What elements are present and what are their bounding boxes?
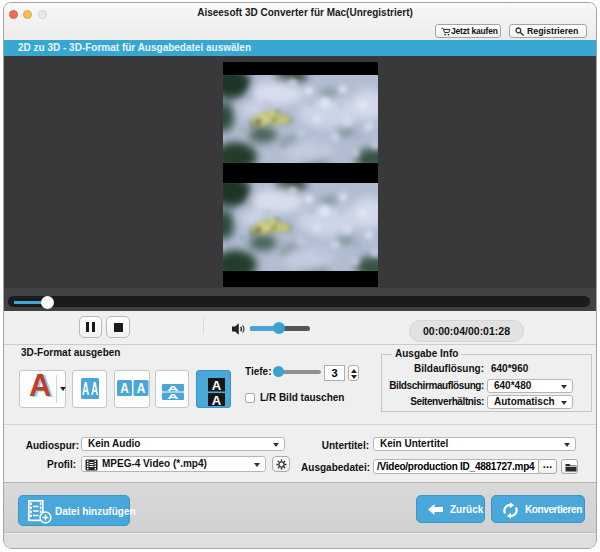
svg-text:A: A [137, 381, 146, 396]
svg-text:A: A [167, 385, 179, 393]
svg-text:A: A [211, 378, 221, 393]
svg-text:A: A [211, 393, 221, 407]
svg-text:A: A [82, 379, 89, 399]
svg-text:A: A [91, 379, 98, 399]
svg-text:A: A [120, 381, 129, 396]
svg-text:A: A [167, 393, 179, 400]
